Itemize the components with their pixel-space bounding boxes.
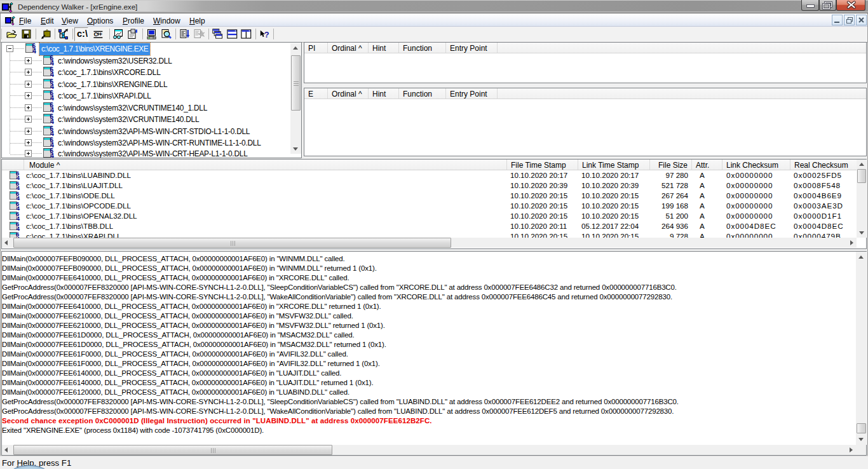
svg-text:?: ? xyxy=(264,30,269,39)
svg-text:C++: C++ xyxy=(93,31,102,37)
